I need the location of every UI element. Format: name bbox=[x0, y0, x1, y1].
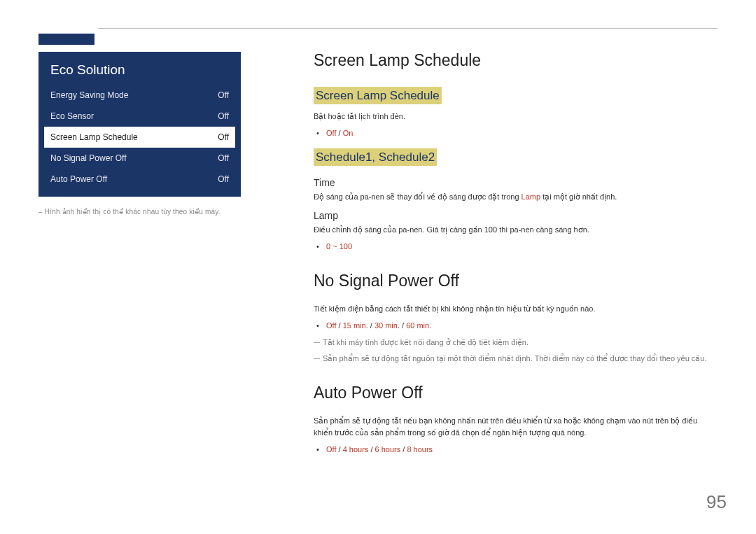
menu-item-value: Off bbox=[218, 90, 229, 100]
section-title-screen-lamp-schedule: Screen Lamp Schedule bbox=[314, 51, 718, 70]
lamp-options-list: 0 ~ 100 bbox=[326, 240, 718, 253]
nspo-description: Tiết kiệm điện bằng cách tắt thiết bị kh… bbox=[314, 303, 718, 315]
option-sep: / bbox=[336, 321, 342, 330]
menu-item-label: Eco Sensor bbox=[50, 111, 94, 121]
nspo-option-row: Off / 15 min. / 30 min. / 60 min. bbox=[326, 319, 718, 332]
time-description: Độ sáng của pa-nen sẽ thay đổi về độ sán… bbox=[314, 191, 718, 203]
menu-item-value: Off bbox=[218, 153, 229, 163]
option-sep: / bbox=[336, 445, 342, 454]
menu-panel-title: Eco Solution bbox=[38, 52, 241, 85]
menu-item-eco-sensor[interactable]: Eco Sensor Off bbox=[44, 106, 235, 127]
option-on: On bbox=[343, 129, 354, 137]
option-15min: 15 min. bbox=[343, 321, 368, 330]
menu-item-value: Off bbox=[218, 132, 229, 142]
menu-item-no-signal-power-off[interactable]: No Signal Power Off Off bbox=[44, 148, 235, 169]
header-accent-block bbox=[38, 34, 94, 45]
subheading-lamp: Lamp bbox=[314, 210, 718, 221]
menu-item-label: Auto Power Off bbox=[50, 174, 107, 184]
menu-item-auto-power-off[interactable]: Auto Power Off Off bbox=[44, 169, 235, 190]
option-8hours: 8 hours bbox=[407, 445, 433, 454]
option-60min: 60 min. bbox=[406, 321, 431, 330]
option-sep: / bbox=[400, 321, 406, 330]
nspo-options-list: Off / 15 min. / 30 min. / 60 min. bbox=[326, 319, 718, 332]
nspo-note-2: Sản phẩm sẽ tự động tắt nguồn tại một th… bbox=[314, 352, 718, 365]
lamp-range-row: 0 ~ 100 bbox=[326, 240, 718, 253]
option-30min: 30 min. bbox=[374, 321, 400, 330]
option-off: Off bbox=[326, 445, 336, 454]
highlight-schedule1-schedule2: Schedule1, Schedule2 bbox=[314, 148, 437, 166]
section-title-no-signal-power-off: No Signal Power Off bbox=[314, 272, 718, 290]
menu-item-value: Off bbox=[218, 111, 229, 121]
apo-option-row: Off / 4 hours / 6 hours / 8 hours bbox=[326, 443, 718, 456]
menu-item-label: Energy Saving Mode bbox=[50, 90, 128, 100]
sls-options-list: Off / On bbox=[326, 127, 718, 140]
section-title-auto-power-off: Auto Power Off bbox=[314, 384, 718, 402]
menu-items-list: Energy Saving Mode Off Eco Sensor Off Sc… bbox=[38, 85, 241, 194]
option-off: Off bbox=[326, 129, 336, 137]
inline-lamp-ref: Lamp bbox=[522, 192, 541, 201]
apo-description: Sản phẩm sẽ tự động tắt nếu bạn không nh… bbox=[314, 415, 718, 439]
menu-item-energy-saving-mode[interactable]: Energy Saving Mode Off bbox=[44, 85, 235, 106]
lamp-range: 0 ~ 100 bbox=[326, 242, 352, 251]
eco-solution-menu-panel: Eco Solution Energy Saving Mode Off Eco … bbox=[38, 52, 241, 197]
option-off: Off bbox=[326, 321, 336, 330]
option-6hours: 6 hours bbox=[375, 445, 401, 454]
sls-option-row: Off / On bbox=[326, 127, 718, 140]
option-sep: / bbox=[336, 129, 342, 137]
menu-item-screen-lamp-schedule[interactable]: Screen Lamp Schedule Off bbox=[44, 127, 235, 148]
apo-options-list: Off / 4 hours / 6 hours / 8 hours bbox=[326, 443, 718, 456]
header-rule bbox=[38, 28, 718, 29]
page-number: 95 bbox=[706, 491, 727, 513]
sls-description: Bật hoặc tắt lịch trình đèn. bbox=[314, 111, 718, 122]
nspo-note-1: Tắt khi máy tính được kết nối đang ở chế… bbox=[314, 336, 718, 349]
lamp-description: Điều chỉnh độ sáng của pa-nen. Giá trị c… bbox=[314, 224, 718, 236]
menu-item-value: Off bbox=[218, 174, 229, 184]
option-sep: / bbox=[368, 445, 374, 454]
menu-item-label: Screen Lamp Schedule bbox=[50, 132, 138, 142]
highlight-screen-lamp-schedule: Screen Lamp Schedule bbox=[314, 87, 442, 104]
panel-footnote: – Hình ảnh hiển thị có thể khác nhau tùy… bbox=[38, 208, 301, 216]
option-4hours: 4 hours bbox=[343, 445, 369, 454]
option-sep: / bbox=[368, 321, 374, 330]
subheading-time: Time bbox=[314, 177, 718, 188]
menu-item-label: No Signal Power Off bbox=[50, 153, 127, 163]
